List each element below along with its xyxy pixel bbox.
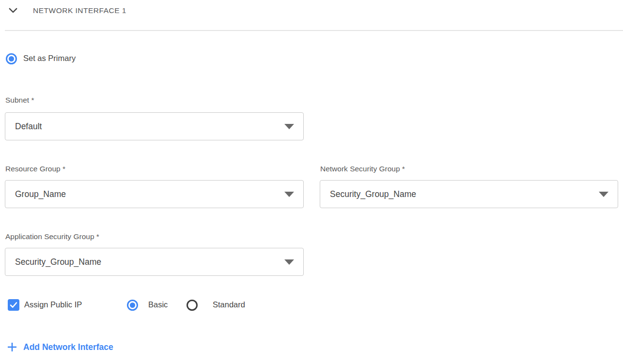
network-security-group-label: Network Security Group * [320,165,405,173]
resource-group-selected-value: Group_Name [15,181,66,208]
network-security-group-selected-value: Security_Group_Name [330,181,416,208]
set-as-primary-radio[interactable] [6,53,17,64]
ip-sku-standard-label[interactable]: Standard [213,300,245,309]
assign-public-ip-label[interactable]: Assign Public IP [24,300,82,309]
ip-sku-basic-label[interactable]: Basic [148,300,168,309]
subnet-select[interactable]: Default [5,112,304,140]
chevron-down-icon [9,8,17,14]
resource-group-label: Resource Group * [5,165,65,173]
dropdown-caret-icon [284,192,294,197]
subnet-label: Subnet * [5,96,34,105]
network-interface-form: NETWORK INTERFACE 1 Set as Primary Subne… [0,0,623,364]
subnet-selected-value: Default [15,113,42,140]
assign-public-ip-checkbox[interactable] [8,299,19,311]
set-as-primary-label[interactable]: Set as Primary [23,54,76,63]
section-divider [5,30,623,31]
section-header: NETWORK INTERFACE 1 [0,0,623,21]
ip-sku-standard-radio[interactable] [187,300,198,311]
add-network-interface-button[interactable]: Add Network Interface [7,339,113,355]
plus-icon [7,342,17,352]
application-security-group-label: Application Security Group * [5,232,99,241]
application-security-group-select[interactable]: Security_Group_Name [5,248,304,276]
resource-group-select[interactable]: Group_Name [5,180,304,208]
dropdown-caret-icon [284,124,294,129]
dropdown-caret-icon [599,192,608,197]
check-icon [9,301,18,309]
ip-sku-basic-radio[interactable] [127,300,138,311]
add-network-interface-label: Add Network Interface [23,342,113,352]
collapse-section-button[interactable] [7,5,19,16]
dropdown-caret-icon [284,259,294,265]
network-security-group-select[interactable]: Security_Group_Name [320,180,618,208]
section-title: NETWORK INTERFACE 1 [33,6,126,15]
application-security-group-selected-value: Security_Group_Name [15,248,101,275]
